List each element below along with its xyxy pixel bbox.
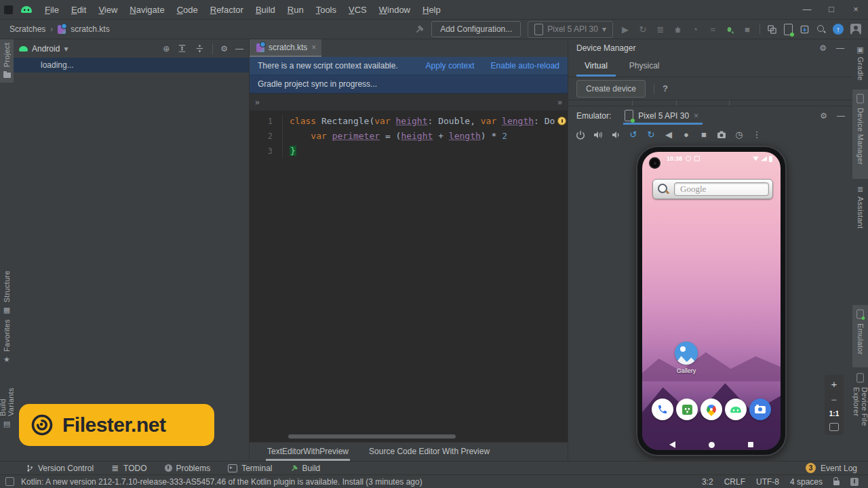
menu-code[interactable]: Code (171, 3, 204, 17)
power-icon[interactable] (575, 129, 586, 140)
device-selector-dropdown[interactable]: Pixel 5 API 30 ▾ (528, 21, 613, 38)
emulator-back-icon[interactable]: ◀ (663, 129, 674, 140)
device-manager-hide-icon[interactable]: — (836, 43, 844, 53)
indent-setting[interactable]: 4 spaces (790, 477, 823, 487)
tool-window-switcher-icon[interactable] (5, 477, 14, 486)
google-search-widget[interactable]: Google (652, 179, 773, 199)
locate-file-icon[interactable]: ⊕ (163, 44, 170, 54)
menu-view[interactable]: View (92, 3, 123, 17)
status-message[interactable]: Kotlin: A new version 212-1.7.10-release… (21, 477, 422, 487)
menu-file[interactable]: File (39, 3, 65, 17)
rerun-icon[interactable]: ↻ (637, 24, 648, 35)
menu-build[interactable]: Build (250, 3, 281, 17)
emulator-home-icon[interactable]: ● (681, 129, 692, 140)
zoom-out-button[interactable]: − (831, 394, 837, 405)
project-view-selector[interactable]: Android (32, 44, 60, 54)
breadcrumb-file[interactable]: scratch.kts (71, 24, 109, 34)
rotate-right-icon[interactable]: ↻ (646, 129, 656, 140)
menu-edit[interactable]: Edit (65, 3, 92, 17)
phone-app-icon[interactable] (652, 399, 673, 420)
apply-context-link[interactable]: Apply context (426, 61, 475, 70)
maps-app-icon[interactable] (701, 399, 722, 420)
enable-auto-reload-link[interactable]: Enable auto-reload (491, 61, 559, 70)
update-available-icon[interactable]: ↑ (833, 24, 844, 35)
emulator-screen[interactable]: 10:38 Google (642, 152, 781, 450)
menu-vcs[interactable]: VCS (342, 3, 373, 17)
window-minimize-button[interactable]: — (795, 0, 819, 19)
line-separator[interactable]: CRLF (724, 477, 745, 487)
google-search-input[interactable]: Google (674, 182, 769, 196)
add-configuration-button[interactable]: Add Configuration... (431, 21, 521, 37)
sidebar-item-build-variants[interactable]: Build Variants ▤ (0, 366, 14, 431)
profile-avatar[interactable] (850, 24, 861, 35)
code-line[interactable]: 3} (250, 144, 568, 159)
sidebar-item-project[interactable]: Project (0, 39, 14, 83)
chevron-right-group-icon[interactable]: » (557, 98, 562, 107)
collapse-all-icon[interactable] (195, 43, 205, 54)
build-hammer-icon[interactable] (414, 24, 425, 35)
code-line[interactable]: 1class Rectangle(var height: Double, var… (250, 114, 568, 129)
zoom-in-button[interactable]: + (831, 379, 837, 389)
sidebar-item-device-file-explorer[interactable]: Device File Explorer (852, 369, 868, 461)
emulator-gear-icon[interactable]: ⚙ (820, 111, 827, 121)
nav-home-icon[interactable] (709, 442, 715, 448)
profiler-icon[interactable]: ◔ (690, 24, 701, 35)
window-close-button[interactable]: × (844, 0, 868, 19)
camera-app-icon[interactable] (749, 399, 771, 420)
menu-run[interactable]: Run (281, 3, 310, 17)
tool-problems[interactable]: Problems (165, 464, 211, 473)
attach-debugger-icon[interactable]: ≈ (707, 24, 718, 35)
sidebar-item-emulator[interactable]: Emulator (852, 305, 868, 367)
snapshots-icon[interactable]: ◷ (734, 129, 745, 140)
inspection-warning-icon[interactable] (557, 117, 566, 125)
expand-all-icon[interactable] (177, 43, 187, 54)
tool-todo[interactable]: ≣ TODO (111, 463, 146, 473)
sidebar-item-assistant[interactable]: ≣ Assistant (852, 182, 868, 240)
emulator-hide-icon[interactable]: — (837, 111, 845, 121)
project-hide-icon[interactable]: — (235, 44, 243, 54)
tab-source-code-editor-with-preview[interactable]: Source Code Editor With Preview (368, 443, 491, 461)
tool-terminal[interactable]: Terminal (228, 464, 272, 473)
tool-build[interactable]: Build (290, 464, 321, 473)
file-encoding[interactable]: UTF-8 (756, 477, 779, 487)
horizontal-scrollbar[interactable] (288, 434, 456, 439)
screenshot-camera-icon[interactable] (716, 129, 727, 140)
tab-text-editor-with-preview[interactable]: TextEditorWithPreview (266, 443, 350, 461)
tab-virtual[interactable]: Virtual (576, 57, 616, 77)
notifications-icon[interactable] (850, 478, 859, 486)
window-maximize-button[interactable]: □ (819, 0, 844, 19)
nav-back-icon[interactable] (669, 441, 675, 448)
sidebar-item-gradle[interactable]: ▣ Gradle (852, 42, 868, 89)
help-icon[interactable]: ? (663, 83, 668, 94)
emulator-overview-icon[interactable]: ■ (698, 129, 709, 140)
menu-navigate[interactable]: Navigate (123, 3, 170, 17)
tool-version-control[interactable]: Version Control (26, 464, 94, 473)
menu-window[interactable]: Window (373, 3, 416, 17)
nav-recents-icon[interactable] (748, 442, 753, 447)
messages-app-icon[interactable] (676, 399, 698, 420)
volume-down-icon[interactable] (610, 129, 621, 140)
event-log-button[interactable]: 3 Event Log (806, 463, 868, 473)
gallery-app-shortcut[interactable]: Gallery (667, 342, 705, 374)
emulator-tab-close-icon[interactable]: × (694, 111, 698, 121)
sidebar-item-structure[interactable]: Structure ▦ (0, 267, 14, 316)
debug-icon[interactable] (673, 24, 683, 35)
readonly-lock-icon[interactable] (833, 481, 840, 485)
breadcrumb-scratches[interactable]: Scratches (9, 24, 45, 34)
create-device-button[interactable]: Create device (576, 80, 646, 98)
volume-up-icon[interactable] (593, 129, 604, 140)
device-manager-gear-icon[interactable]: ⚙ (819, 43, 827, 53)
tab-physical[interactable]: Physical (621, 57, 668, 77)
android-app-icon[interactable] (725, 399, 747, 420)
chevron-left-group-icon[interactable]: » (255, 98, 260, 107)
rotate-left-icon[interactable]: ↺ (628, 129, 639, 140)
stop-button[interactable]: ■ (742, 24, 753, 35)
apply-code-changes-icon[interactable]: ≣ (655, 24, 666, 35)
search-everywhere-icon[interactable] (816, 24, 826, 34)
profile-low-overhead-icon[interactable] (725, 24, 735, 35)
zoom-fit-button[interactable] (829, 423, 839, 431)
zoom-reset-button[interactable]: 1:1 (829, 410, 839, 418)
code-editor[interactable]: 1class Rectangle(var height: Double, var… (250, 111, 568, 159)
sidebar-item-favorites[interactable]: Favorites ★ (0, 316, 14, 365)
sdk-manager-icon[interactable] (800, 24, 810, 35)
